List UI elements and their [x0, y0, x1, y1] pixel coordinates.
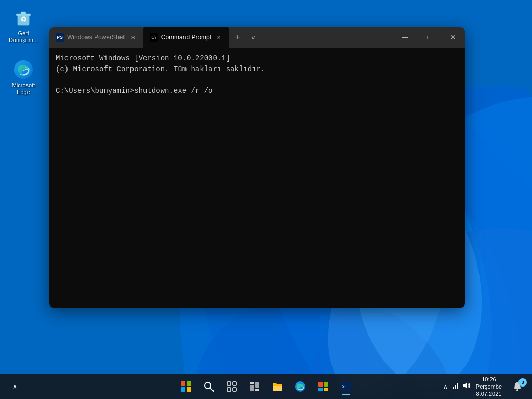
edge-taskbar-button[interactable]: [290, 376, 311, 397]
svg-rect-36: [453, 387, 454, 389]
svg-rect-37: [455, 385, 456, 389]
svg-rect-27: [255, 382, 259, 388]
store-icon: [317, 381, 329, 392]
taskbar: ∧: [0, 374, 532, 399]
title-bar: PS Windows PowerShell ✕ C\ Command Promp…: [49, 27, 465, 48]
svg-rect-28: [255, 389, 259, 391]
svg-rect-21: [227, 382, 231, 385]
terminal-line-3: [56, 75, 459, 86]
file-explorer-icon: [272, 381, 283, 392]
taskbar-left: ∧: [4, 376, 25, 397]
svg-rect-31: [324, 382, 328, 387]
store-button[interactable]: [313, 376, 334, 397]
widgets-icon: [249, 381, 260, 392]
command-prompt-tab[interactable]: C\ Command Prompt ✕: [143, 27, 229, 48]
search-icon: [204, 381, 214, 392]
svg-rect-12: [21, 12, 26, 14]
network-icon[interactable]: [451, 381, 459, 391]
svg-rect-17: [181, 387, 185, 392]
clock-day: Perşembe: [476, 383, 502, 390]
svg-rect-38: [457, 383, 458, 389]
svg-point-19: [205, 382, 211, 389]
terminal-line-1: Microsoft Windows [Version 10.0.22000.1]: [56, 53, 459, 64]
system-tray-chevron[interactable]: ∧: [4, 376, 25, 397]
microsoft-edge-desktop-icon[interactable]: Microsoft Edge: [5, 57, 42, 98]
notification-count: 3: [518, 378, 527, 387]
taskbar-center: >_: [176, 376, 356, 397]
clock-time: 10:26: [482, 376, 496, 383]
recycle-bin-image: ♻: [13, 7, 34, 28]
file-explorer-button[interactable]: [267, 376, 288, 397]
svg-rect-15: [181, 381, 185, 386]
task-view-icon: [227, 381, 237, 392]
recycle-bin-label: Geri Dönüşüm...: [7, 30, 39, 44]
desktop: ♻ Geri Dönüşüm...: [0, 0, 532, 399]
window-controls: — □ ✕: [393, 27, 465, 48]
svg-line-20: [210, 388, 214, 391]
cmd-tab-icon: C\: [150, 33, 158, 42]
terminal-taskbar-button[interactable]: >_: [336, 376, 356, 397]
search-button[interactable]: [198, 376, 219, 397]
maximize-button[interactable]: □: [417, 27, 441, 48]
clock-date: 8.07.2021: [476, 390, 501, 397]
recycle-bin-icon[interactable]: ♻ Geri Dönüşüm...: [5, 5, 42, 46]
svg-rect-22: [233, 382, 236, 385]
svg-text:♻: ♻: [20, 15, 27, 23]
system-clock[interactable]: 10:26 Perşembe 8.07.2021: [473, 376, 505, 398]
terminal-content[interactable]: Microsoft Windows [Version 10.0.22000.1]…: [49, 48, 465, 308]
edge-image: [13, 59, 34, 80]
powershell-tab-icon: PS: [56, 33, 64, 42]
powershell-tab-label: Windows PowerShell: [67, 34, 126, 41]
svg-rect-24: [233, 388, 236, 391]
svg-point-41: [516, 389, 518, 391]
tray-chevron-icon[interactable]: ∧: [443, 383, 448, 390]
svg-rect-25: [250, 382, 254, 384]
tab-dropdown-button[interactable]: ∨: [246, 29, 260, 46]
svg-marker-39: [463, 382, 467, 389]
taskbar-right: ∧: [443, 376, 528, 398]
svg-rect-18: [187, 387, 191, 392]
powershell-tab-close[interactable]: ✕: [129, 33, 137, 42]
windows-logo-icon: [180, 381, 192, 392]
widgets-button[interactable]: [244, 376, 265, 397]
task-view-button[interactable]: [221, 376, 242, 397]
svg-rect-40: [514, 388, 521, 389]
edge-taskbar-icon: [295, 381, 306, 392]
notification-button[interactable]: 3: [507, 376, 528, 397]
edge-label: Microsoft Edge: [7, 82, 39, 96]
terminal-window: PS Windows PowerShell ✕ C\ Command Promp…: [49, 27, 465, 308]
start-button[interactable]: [176, 376, 196, 397]
svg-rect-23: [227, 388, 231, 391]
close-button[interactable]: ✕: [441, 27, 465, 48]
svg-rect-16: [187, 381, 191, 386]
svg-rect-33: [324, 388, 328, 391]
minimize-button[interactable]: —: [393, 27, 417, 48]
terminal-taskbar-icon: >_: [340, 381, 352, 392]
svg-rect-26: [250, 385, 254, 391]
tray-icons: ∧: [443, 381, 471, 391]
terminal-line-4: C:\Users\bunyamin>shutdown.exe /r /o: [56, 86, 459, 97]
svg-rect-32: [318, 388, 323, 391]
volume-icon[interactable]: [462, 381, 471, 391]
command-prompt-tab-label: Command Prompt: [161, 34, 211, 41]
svg-rect-30: [318, 382, 323, 387]
powershell-tab[interactable]: PS Windows PowerShell ✕: [49, 27, 143, 48]
svg-text:>_: >_: [342, 384, 348, 389]
cmd-tab-close[interactable]: ✕: [215, 33, 223, 42]
new-tab-button[interactable]: +: [229, 29, 246, 46]
terminal-line-2: (c) Microsoft Corporation. Tüm hakları s…: [56, 64, 459, 75]
